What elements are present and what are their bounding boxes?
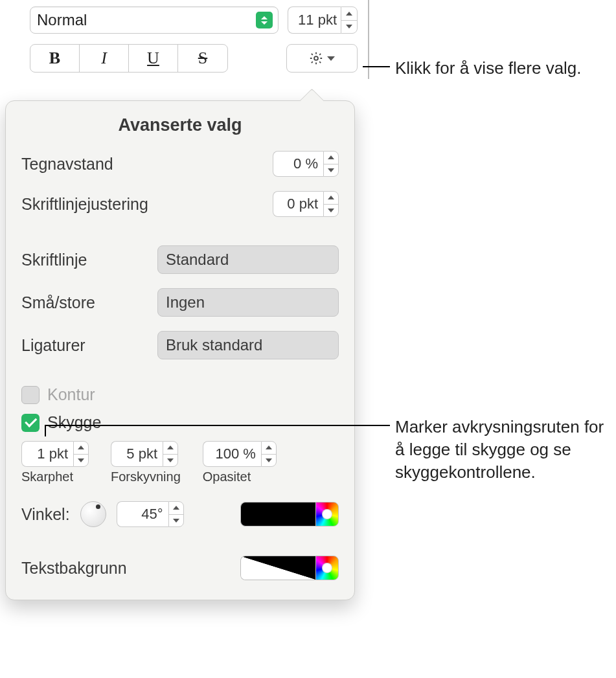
caps-select[interactable]: Ingen	[157, 288, 339, 317]
baseline-shift-input[interactable]: 0 pkt	[273, 191, 323, 217]
tracking-label: Tegnavstand	[21, 155, 113, 174]
callout-gear: Klikk for å vise flere valg.	[395, 57, 582, 80]
text-style-segment: B I U S	[30, 44, 228, 73]
italic-button[interactable]: I	[80, 45, 129, 72]
chevron-down-icon	[327, 56, 335, 61]
baseline-shift-label: Skriftlinjejustering	[21, 195, 148, 214]
ligatures-row: Ligaturer Bruk standard	[21, 331, 339, 359]
callout-line	[371, 425, 390, 426]
font-size-value[interactable]: 11 pkt	[288, 6, 341, 34]
shadow-opacity-caption: Opasitet	[203, 469, 251, 484]
shadow-checkbox[interactable]	[21, 414, 40, 432]
caps-value: Ingen	[166, 293, 205, 311]
angle-dial[interactable]	[80, 501, 106, 527]
font-style-select[interactable]: Normal	[30, 6, 279, 34]
baseline-style-select[interactable]: Standard	[157, 245, 339, 274]
style-toolbar-row: B I U S	[19, 39, 368, 73]
callout-line	[45, 425, 372, 426]
tracking-row: Tegnavstand 0 %	[21, 151, 339, 177]
font-style-value: Normal	[37, 11, 87, 29]
shadow-blur-stepper[interactable]	[73, 441, 89, 467]
stepper-down-icon[interactable]	[324, 205, 338, 217]
shadow-offset-caption: Forskyvning	[111, 469, 181, 484]
tracking-stepper[interactable]	[323, 151, 339, 177]
shadow-blur-caption: Skarphet	[21, 469, 73, 484]
stepper-up-icon[interactable]	[169, 502, 183, 515]
stepper-up-icon[interactable]	[324, 152, 338, 164]
svg-point-0	[314, 56, 318, 60]
angle-input[interactable]: 45°	[117, 501, 168, 527]
shadow-blur-input[interactable]: 1 pkt	[21, 441, 73, 467]
advanced-options-button[interactable]	[286, 44, 358, 73]
stepper-down-icon[interactable]	[74, 455, 88, 467]
text-background-color-picker[interactable]	[315, 556, 339, 580]
baseline-shift-stepper[interactable]	[323, 191, 339, 217]
caps-label: Små/store	[21, 293, 95, 312]
callout-line	[45, 425, 46, 436]
italic-glyph: I	[101, 49, 107, 68]
baseline-style-value: Standard	[166, 251, 229, 269]
shadow-angle-row: Vinkel: 45°	[21, 501, 339, 527]
shadow-opacity-col: 100 % Opasitet	[203, 441, 277, 484]
caps-row: Små/store Ingen	[21, 288, 339, 317]
bold-glyph: B	[49, 49, 60, 68]
popover-title: Avanserte valg	[21, 115, 339, 135]
shadow-color-picker[interactable]	[315, 502, 339, 526]
shadow-row: Skygge	[21, 413, 339, 432]
strike-button[interactable]: S	[178, 45, 227, 72]
stepper-down-icon[interactable]	[169, 515, 183, 527]
shadow-opacity-stepper[interactable]	[261, 441, 277, 467]
shadow-offset-input[interactable]: 5 pkt	[111, 441, 163, 467]
ligatures-label: Ligaturer	[21, 336, 86, 355]
bold-button[interactable]: B	[30, 45, 80, 72]
ligatures-value: Bruk standard	[166, 336, 262, 354]
shadow-opacity-input[interactable]: 100 %	[203, 441, 261, 467]
baseline-style-label: Skriftlinje	[21, 251, 87, 269]
tracking-input[interactable]: 0 %	[273, 151, 323, 177]
text-background-color-well[interactable]	[240, 556, 315, 580]
underline-button[interactable]: U	[129, 45, 178, 72]
shadow-color-well[interactable]	[240, 502, 315, 526]
shadow-offset-stepper[interactable]	[163, 441, 178, 467]
callout-line	[363, 66, 390, 67]
stepper-up-icon[interactable]	[74, 442, 88, 455]
stepper-up-icon[interactable]	[262, 442, 276, 455]
stepper-down-icon[interactable]	[324, 164, 338, 177]
callout-shadow: Marker avkrysningsruten for å legge til …	[395, 416, 609, 484]
outline-checkbox[interactable]	[21, 386, 40, 404]
shadow-blur-col: 1 pkt Skarphet	[21, 441, 89, 484]
font-size-stepper[interactable]: 11 pkt	[288, 6, 358, 34]
stepper-down-icon[interactable]	[163, 455, 177, 467]
gear-icon	[309, 51, 323, 65]
text-background-label: Tekstbakgrunn	[21, 559, 127, 578]
stepper-up-icon[interactable]	[324, 192, 338, 205]
angle-stepper[interactable]	[168, 501, 184, 527]
stepper-down-icon[interactable]	[262, 455, 276, 467]
shadow-offset-col: 5 pkt Forskyvning	[111, 441, 181, 484]
outline-label: Kontur	[47, 385, 95, 404]
outline-row: Kontur	[21, 385, 339, 404]
baseline-shift-row: Skriftlinjejustering 0 pkt	[21, 191, 339, 217]
baseline-style-row: Skriftlinje Standard	[21, 245, 339, 274]
stepper-up-icon[interactable]	[163, 442, 177, 455]
angle-label: Vinkel:	[21, 505, 70, 524]
advanced-options-popover: Avanserte valg Tegnavstand 0 % Skriftlin…	[5, 100, 355, 600]
shadow-controls: 1 pkt Skarphet 5 pkt Forskyvning 100 %	[21, 441, 339, 484]
chevrons-icon	[256, 12, 273, 28]
font-toolbar-row: Normal 11 pkt	[19, 0, 368, 39]
ligatures-select[interactable]: Bruk standard	[157, 331, 339, 359]
font-size-stepper-buttons[interactable]	[341, 6, 358, 34]
format-panel: Normal 11 pkt B I U S	[19, 0, 369, 79]
strike-glyph: S	[198, 49, 207, 68]
text-background-row: Tekstbakgrunn	[21, 556, 339, 580]
shadow-label: Skygge	[47, 413, 101, 432]
stepper-down-icon[interactable]	[341, 21, 357, 34]
stepper-up-icon[interactable]	[341, 7, 357, 21]
underline-glyph: U	[147, 49, 159, 68]
